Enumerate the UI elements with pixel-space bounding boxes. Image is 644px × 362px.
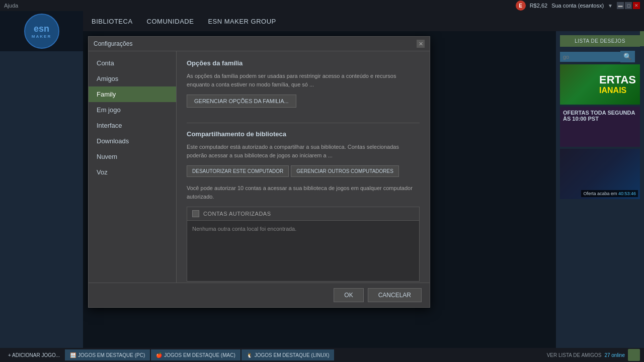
logo-text: esn bbox=[34, 24, 49, 34]
authorized-body: Nenhuma outra conta local foi encontrada… bbox=[187, 221, 419, 281]
menu-ajuda[interactable]: Ajuda bbox=[4, 3, 18, 9]
window-controls: ▬ ◻ ✕ bbox=[617, 2, 640, 9]
bottom-bar: + ADICIONAR JOGO... 🪟 JOGOS EM DESTAQUE … bbox=[0, 348, 644, 362]
friends-bar: VER LISTA DE AMIGOS 27 online bbox=[547, 349, 640, 361]
dialog-close-button[interactable]: ✕ bbox=[417, 40, 425, 48]
offers-banner: ERTAS IANAIS bbox=[560, 64, 640, 105]
top-menu: Ajuda bbox=[4, 3, 18, 9]
banner-text: OFERTAS TODA SEGUNDA ÀS 10:00 PST bbox=[563, 110, 637, 122]
dialog-nav: Conta Amigos Family Em jogo Interface Do… bbox=[89, 51, 177, 290]
offer-timer: Oferta acaba em 40:53:46 bbox=[581, 190, 638, 197]
nav-esnmaker[interactable]: ESN MAKER GROUP bbox=[202, 16, 282, 27]
manage-family-btn[interactable]: GERENCIAR OPÇÕES DA FAMILIA... bbox=[187, 95, 296, 108]
tab-linux[interactable]: 🐧 JOGOS EM DESTAQUE (LINUX) bbox=[242, 349, 335, 360]
scroll-track bbox=[640, 31, 644, 348]
offers-text: ERTAS IANAIS bbox=[599, 74, 636, 95]
authorized-header: CONTAS AUTORIZADAS bbox=[187, 207, 419, 221]
mac-icon: 🍎 bbox=[156, 352, 162, 358]
search-input[interactable] bbox=[560, 52, 620, 62]
top-bar: Ajuda E R$2,62 Sua conta (esantosx) ▼ ▬ … bbox=[0, 0, 644, 11]
nav-comunidade[interactable]: COMUNIDADE bbox=[141, 16, 200, 27]
nav-family[interactable]: Family bbox=[89, 86, 176, 102]
nav-emjogo[interactable]: Em jogo bbox=[89, 102, 176, 118]
nav-conta[interactable]: Conta bbox=[89, 55, 176, 71]
library-share-title: Compartilhamento de biblioteca bbox=[187, 130, 420, 138]
deauthorize-btn[interactable]: DESAUTORIZAR ESTE COMPUTADOR bbox=[187, 165, 289, 177]
cancel-button[interactable]: CANCELAR bbox=[368, 288, 422, 302]
search-box: 🔍 bbox=[560, 51, 640, 62]
content-area: Configurações ✕ Conta Amigos Family Em j… bbox=[83, 31, 556, 348]
offer-label: Oferta acaba em bbox=[583, 191, 617, 196]
ofertas-title: ERTAS bbox=[599, 74, 636, 86]
account-name[interactable]: Sua conta (esantosx) bbox=[551, 3, 604, 9]
top-right: E R$2,62 Sua conta (esantosx) ▼ ▬ ◻ ✕ bbox=[516, 1, 640, 11]
share-buttons: DESAUTORIZAR ESTE COMPUTADOR GERENCIAR O… bbox=[187, 165, 420, 177]
dialog-body: Conta Amigos Family Em jogo Interface Do… bbox=[89, 51, 430, 290]
dropdown-icon[interactable]: ▼ bbox=[608, 3, 613, 9]
dialog-titlebar: Configurações ✕ bbox=[89, 37, 430, 51]
scroll-thumb[interactable] bbox=[640, 31, 644, 46]
tab-mac-label: JOGOS EM DESTAQUE (MAC) bbox=[164, 352, 235, 358]
nav-nuvem[interactable]: Nuvem bbox=[89, 149, 176, 164]
tab-pc-label: JOGOS EM DESTAQUE (PC) bbox=[78, 352, 145, 358]
logo-sub: MAKER bbox=[32, 34, 51, 39]
maximize-button[interactable]: ◻ bbox=[625, 2, 632, 9]
dialog-title: Configurações bbox=[94, 40, 132, 47]
share-note: Você pode autorizar 10 contas a acessar … bbox=[187, 184, 420, 201]
friends-label[interactable]: VER LISTA DE AMIGOS bbox=[547, 352, 602, 358]
friends-avatar bbox=[628, 349, 640, 361]
dialog-main-content: Opções da família As opções da família p… bbox=[177, 51, 430, 290]
authorized-label: CONTAS AUTORIZADAS bbox=[203, 211, 271, 217]
nav-biblioteca[interactable]: BIBLIOTECA bbox=[86, 16, 139, 27]
main-nav: BIBLIOTECA COMUNIDADE ESN MAKER GROUP bbox=[0, 11, 644, 31]
timer-value: 40:53:46 bbox=[618, 191, 636, 196]
divider1 bbox=[187, 123, 420, 123]
game-promo-image: Oferta acaba em 40:53:46 bbox=[560, 149, 640, 199]
logo: esn MAKER bbox=[24, 14, 59, 49]
tab-linux-label: JOGOS EM DESTAQUE (LINUX) bbox=[255, 352, 330, 358]
ok-button[interactable]: OK bbox=[334, 288, 363, 302]
library-share-text: Este computador está autorizado a compar… bbox=[187, 143, 420, 159]
authorized-section: CONTAS AUTORIZADAS Nenhuma outra conta l… bbox=[187, 207, 420, 282]
online-count: 27 online bbox=[604, 352, 625, 358]
ofertas-sub: IANAIS bbox=[599, 86, 636, 95]
minimize-button[interactable]: ▬ bbox=[617, 2, 624, 9]
sidebar-banner: OFERTAS TODA SEGUNDA ÀS 10:00 PST bbox=[560, 107, 640, 147]
account-balance: R$2,62 bbox=[530, 3, 547, 9]
authorized-checkbox[interactable] bbox=[192, 210, 199, 217]
nav-interface[interactable]: Interface bbox=[89, 118, 176, 133]
tab-pc[interactable]: 🪟 JOGOS EM DESTAQUE (PC) bbox=[65, 349, 150, 360]
close-button[interactable]: ✕ bbox=[633, 2, 640, 9]
family-section1-title: Opções da família bbox=[187, 59, 420, 67]
wishlist-button[interactable]: LISTA DE DESEJOS bbox=[560, 35, 640, 47]
right-sidebar: LISTA DE DESEJOS 🔍 ERTAS IANAIS OFERTAS … bbox=[556, 31, 644, 348]
nav-voz[interactable]: Voz bbox=[89, 164, 176, 180]
add-game-button[interactable]: + ADICIONAR JOGO... bbox=[4, 351, 64, 359]
linux-icon: 🐧 bbox=[247, 352, 253, 358]
tab-mac[interactable]: 🍎 JOGOS EM DESTAQUE (MAC) bbox=[151, 349, 240, 360]
nav-downloads[interactable]: Downloads bbox=[89, 133, 176, 149]
nav-amigos[interactable]: Amigos bbox=[89, 71, 176, 86]
pc-icon: 🪟 bbox=[70, 352, 76, 358]
settings-dialog: Configurações ✕ Conta Amigos Family Em j… bbox=[88, 36, 430, 308]
manage-computers-btn[interactable]: GERENCIAR OUTROS COMPUTADORES bbox=[291, 165, 399, 177]
logo-area: esn MAKER bbox=[0, 11, 83, 51]
no-accounts-text: Nenhuma outra conta local foi encontrada… bbox=[192, 226, 296, 232]
family-section1-text: As opções da família podem ser usadas pa… bbox=[187, 72, 420, 88]
modal-overlay: Configurações ✕ Conta Amigos Family Em j… bbox=[83, 31, 556, 348]
user-avatar: E bbox=[516, 1, 526, 11]
dialog-footer: OK CANCELAR bbox=[89, 283, 430, 307]
search-button[interactable]: 🔍 bbox=[620, 51, 635, 62]
